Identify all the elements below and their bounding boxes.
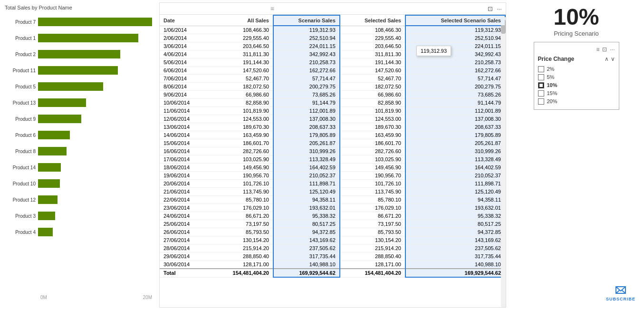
table-cell: 282,726.60 xyxy=(209,147,273,155)
table-cell: 28/06/2014 xyxy=(160,244,209,252)
table-cell: 224,011.15 xyxy=(405,42,505,50)
table-cell: 113,745.90 xyxy=(209,188,273,196)
table-cell: 23/06/2014 xyxy=(160,204,209,212)
table-cell: 86,671.20 xyxy=(209,212,273,220)
table-cell: 182,072.50 xyxy=(209,83,273,91)
bar-fill xyxy=(38,195,58,204)
up-arrow-icon[interactable]: ∧ xyxy=(605,56,609,62)
table-cell: 149,456.90 xyxy=(340,164,405,172)
table-cell: 128,171.00 xyxy=(209,261,273,269)
table-cell: 22/06/2014 xyxy=(160,196,209,204)
right-panel: 10% Pricing Scenario ≡ ⊡ ··· Price Chang… xyxy=(509,0,644,310)
table-cell: 147,520.60 xyxy=(209,67,273,75)
pricing-scenario-card: 10% Pricing Scenario xyxy=(553,5,599,37)
table-row: 30/06/2014128,171.00140,988.10128,171.00… xyxy=(160,261,505,269)
table-cell: 164,402.59 xyxy=(273,164,340,172)
table-cell: 85,780.10 xyxy=(340,196,405,204)
scrollbar[interactable] xyxy=(501,17,506,307)
price-option[interactable]: 5% xyxy=(538,73,615,81)
table-cell: 224,011.15 xyxy=(273,42,340,50)
col-header-scenario-sales: Scenario Sales xyxy=(273,15,340,26)
table-cell: 73,685.26 xyxy=(405,91,505,99)
table-cell: 128,171.00 xyxy=(340,261,405,269)
table-cell: 113,328.49 xyxy=(405,155,505,164)
more-icon[interactable]: ··· xyxy=(497,5,502,12)
price-checkbox[interactable] xyxy=(538,82,544,88)
bar-track xyxy=(38,115,152,123)
chart-axis: 0M 20M xyxy=(40,295,152,300)
price-option-label: 10% xyxy=(547,82,557,88)
bar-fill xyxy=(38,131,70,139)
table-row: 16/06/2014282,726.60310,999.26282,726.60… xyxy=(160,147,505,155)
table-cell: 140,988.10 xyxy=(405,261,505,269)
table-cell: 10/06/2014 xyxy=(160,99,209,107)
expand-icon[interactable]: ⊡ xyxy=(488,5,493,12)
table-cell: 94,372.85 xyxy=(273,228,340,236)
table-row: 18/06/2014149,456.90164,402.59149,456.90… xyxy=(160,164,505,172)
lines-icon[interactable]: ≡ xyxy=(596,46,599,53)
table-row: 17/06/2014103,025.90113,328.49103,025.90… xyxy=(160,155,505,164)
table-cell: 111,898.71 xyxy=(273,180,340,188)
table-cell: 27/06/2014 xyxy=(160,236,209,244)
down-arrow-icon[interactable]: ∨ xyxy=(611,56,615,62)
price-option[interactable]: 15% xyxy=(538,89,615,97)
table-cell: 80,517.25 xyxy=(273,220,340,228)
table-cell: 14/06/2014 xyxy=(160,131,209,139)
chart-title: Total Sales by Product Name xyxy=(5,5,152,10)
table-cell: 16/06/2014 xyxy=(160,147,209,155)
table-cell: 101,819.90 xyxy=(209,107,273,115)
price-checkbox[interactable] xyxy=(538,90,544,97)
price-checkbox[interactable] xyxy=(538,74,544,80)
table-row: 11/06/2014101,819.90112,001.89101,819.90… xyxy=(160,107,505,115)
table-cell: 11/06/2014 xyxy=(160,107,209,115)
table-cell: 200,279.75 xyxy=(405,83,505,91)
bar-row: Product 1 xyxy=(5,30,152,46)
table-cell: 73,685.26 xyxy=(273,91,340,99)
table-container[interactable]: Date All Sales Scenario Sales Selected S… xyxy=(160,15,506,305)
bar-fill xyxy=(38,18,152,26)
price-checkbox[interactable] xyxy=(538,98,544,105)
bar-row: Product 13 xyxy=(5,95,152,110)
price-change-title: Price Change xyxy=(538,56,575,62)
table-cell: 85,793.50 xyxy=(209,228,273,236)
expand2-icon[interactable]: ⊡ xyxy=(602,46,607,53)
table-row: 13/06/2014189,670.30208,637.33189,670.30… xyxy=(160,123,505,131)
table-row: 28/06/2014215,914.20237,505.62215,914.20… xyxy=(160,244,505,252)
more2-icon[interactable]: ··· xyxy=(610,46,615,53)
table-cell: 52,467.70 xyxy=(209,75,273,83)
table-cell: 85,793.50 xyxy=(340,228,405,236)
table-cell: 190,956.70 xyxy=(209,172,273,180)
table-cell: 95,338.32 xyxy=(405,212,505,220)
col-header-selected-sales: Selected Sales xyxy=(340,15,405,26)
subscribe-label[interactable]: SUBSCRIBE xyxy=(606,297,635,301)
bar-fill xyxy=(38,179,60,188)
price-option[interactable]: 2% xyxy=(538,65,615,73)
bar-label: Product 14 xyxy=(5,165,38,170)
table-cell: 108,466.30 xyxy=(340,26,405,34)
table-row: 8/06/2014182,072.50200,279.75182,072.502… xyxy=(160,83,505,91)
table-cell: 94,358.11 xyxy=(405,196,505,204)
table-row: 3/06/2014203,646.50224,011.15203,646.502… xyxy=(160,42,505,50)
drag-icon: ≡ xyxy=(270,5,274,12)
price-option[interactable]: 10% xyxy=(538,81,615,89)
price-option[interactable]: 20% xyxy=(538,97,615,106)
table-cell: 203,646.50 xyxy=(209,42,273,50)
bar-fill xyxy=(38,115,81,123)
price-checkbox[interactable] xyxy=(538,66,544,72)
table-cell: 86,671.20 xyxy=(340,212,405,220)
table-cell: 252,510.94 xyxy=(273,34,340,42)
bar-row: Product 14 xyxy=(5,160,152,175)
bar-label: Product 1 xyxy=(5,36,38,41)
table-header-row: Date All Sales Scenario Sales Selected S… xyxy=(160,15,505,26)
bar-track xyxy=(38,98,152,107)
table-cell: 125,120.49 xyxy=(273,188,340,196)
price-options-container: 2%5%10%15%20% xyxy=(538,65,615,106)
table-cell: 80,517.25 xyxy=(405,220,505,228)
table-cell: 310,999.26 xyxy=(405,147,505,155)
pricing-label: Pricing Scenario xyxy=(553,30,599,37)
bar-fill xyxy=(38,50,120,58)
table-cell: 215,914.20 xyxy=(209,244,273,252)
table-cell: 108,466.30 xyxy=(209,26,273,34)
price-option-label: 2% xyxy=(547,66,555,72)
bar-label: Product 7 xyxy=(5,19,38,25)
